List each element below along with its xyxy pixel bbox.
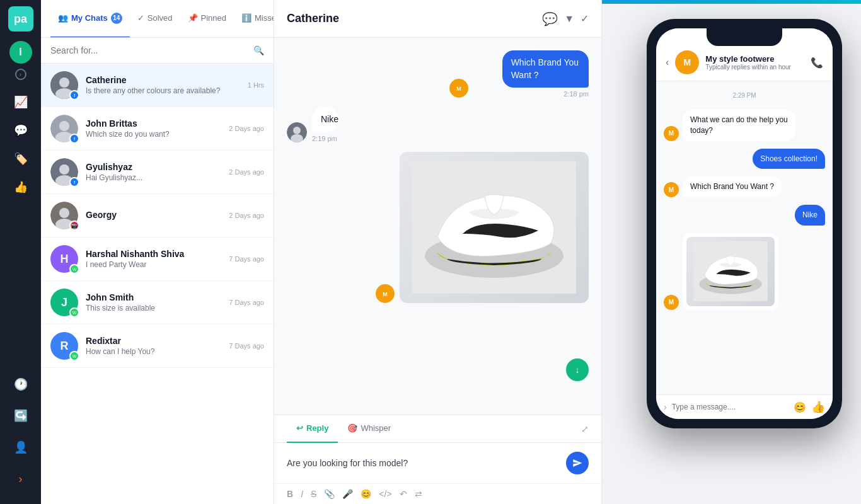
chat-tabs: 👥 My Chats 14 ✓ Solved 📌 Pinned ℹ️ Misse… bbox=[41, 0, 274, 38]
brand-agent-avatar: M bbox=[449, 79, 468, 98]
chat-header-name: Catherine bbox=[287, 12, 339, 25]
my-chats-badge: 14 bbox=[111, 13, 122, 24]
phone-shoe-img bbox=[686, 237, 775, 306]
mic-icon[interactable]: 🎤 bbox=[342, 489, 353, 499]
user-avatar[interactable]: I bbox=[9, 41, 32, 64]
reply-tabs: ↩ Reply 🎯 Whisper ⤢ bbox=[274, 415, 601, 443]
wa-badge: W bbox=[69, 264, 79, 274]
chat-list-panel: 👥 My Chats 14 ✓ Solved 📌 Pinned ℹ️ Misse… bbox=[41, 0, 274, 504]
tag-icon[interactable]: 🏷️ bbox=[8, 146, 33, 171]
tab-my-chats[interactable]: 👥 My Chats 14 bbox=[50, 0, 130, 38]
gyulishyaz-avatar: f bbox=[50, 158, 78, 186]
chat-messages: Which Brand You Want ? 2:18 pm M Nike 2:… bbox=[274, 38, 601, 415]
phone-like-icon[interactable]: 👍 bbox=[811, 400, 825, 414]
reply-tab-group: ↩ Reply 🎯 Whisper bbox=[287, 415, 400, 443]
expand-icon[interactable]: ⤢ bbox=[581, 424, 589, 434]
italic-icon[interactable]: I bbox=[301, 489, 303, 499]
history-icon[interactable]: 🕐 bbox=[8, 372, 33, 397]
message-row-shoe: M bbox=[287, 152, 589, 303]
messenger-icon: 💬 bbox=[542, 11, 558, 26]
phone-expand-icon[interactable]: › bbox=[664, 402, 667, 412]
phone-mockup: ‹ M My style footwere Typically replies … bbox=[647, 19, 842, 428]
john-brittas-avatar: f bbox=[50, 115, 78, 142]
wa-badge: W bbox=[69, 351, 79, 361]
toolbar-row: B I S 📎 🎤 😊 </> ↶ ⇄ bbox=[274, 483, 601, 504]
chat-window: Catherine 💬 ▼ ✓ Which Brand You Want ? 2… bbox=[274, 0, 602, 504]
phone-business-avatar: M bbox=[675, 50, 699, 74]
forward-icon[interactable]: ↪️ bbox=[8, 403, 33, 428]
chat-icon[interactable]: 💬 bbox=[8, 118, 33, 143]
sidebar: pa I › 📈 💬 🏷️ 👍 🕐 ↪️ 👤 › bbox=[0, 0, 41, 504]
code-icon[interactable]: </> bbox=[379, 489, 391, 499]
expand-arrow[interactable]: › bbox=[15, 69, 26, 80]
chat-header-actions: 💬 ▼ ✓ bbox=[542, 11, 589, 26]
phone-call-icon[interactable]: 📞 bbox=[811, 57, 823, 69]
phone-text-input[interactable] bbox=[672, 403, 789, 411]
check-icon: ✓ bbox=[137, 13, 144, 23]
emoji-icon[interactable]: 😊 bbox=[361, 489, 371, 499]
send-button[interactable] bbox=[566, 452, 589, 474]
phone-messages: 2:29 PM M What we can do the help you to… bbox=[656, 81, 833, 394]
menu-chevron-icon[interactable]: › bbox=[8, 466, 33, 491]
message-bubble-nike: Nike bbox=[312, 107, 338, 132]
check-done-icon[interactable]: ✓ bbox=[581, 13, 589, 25]
shuffle-icon[interactable]: ⇄ bbox=[415, 489, 422, 499]
phone-back-button[interactable]: ‹ bbox=[666, 57, 669, 68]
chat-item-john-brittas[interactable]: f John Brittas Which size do you want? 2… bbox=[41, 107, 274, 151]
john-brittas-info: John Brittas Which size do you want? bbox=[86, 118, 221, 139]
phone-time-divider: 2:29 PM bbox=[664, 92, 825, 99]
bold-icon[interactable]: B bbox=[287, 489, 293, 499]
georgy-info: Georgy bbox=[86, 210, 221, 221]
phone-bubble-incoming: What we can do the help you today? bbox=[683, 110, 795, 141]
tab-reply[interactable]: ↩ Reply bbox=[287, 415, 338, 443]
harshal-info: Harshal Nishanth Shiva I need Party Wear bbox=[86, 249, 221, 269]
svg-text:M: M bbox=[456, 86, 461, 92]
tab-whisper[interactable]: 🎯 Whisper bbox=[338, 415, 400, 443]
fb-badge: f bbox=[69, 90, 79, 100]
chat-item-john-smith[interactable]: J W John Smith This size is available 7 … bbox=[41, 281, 274, 324]
person-icon[interactable]: 👤 bbox=[8, 435, 33, 460]
shoe-image bbox=[400, 152, 589, 303]
phone-emoji-icon[interactable]: 😊 bbox=[794, 401, 806, 413]
chat-item-catherine[interactable]: f Catherine Is there any other colours a… bbox=[41, 64, 274, 107]
app-logo[interactable]: pa bbox=[8, 6, 33, 32]
redixtar-info: Redixtar How can I help You? bbox=[86, 336, 221, 356]
reply-icon: ↩ bbox=[296, 423, 303, 433]
message-row: Which Brand You Want ? 2:18 pm M bbox=[287, 50, 589, 98]
undo-icon[interactable]: ↶ bbox=[400, 489, 407, 499]
phone-msg-row-shoes: Shoes collection! bbox=[664, 149, 825, 169]
search-bar: 🔍 bbox=[41, 38, 274, 64]
strikethrough-icon[interactable]: S bbox=[311, 489, 316, 499]
info-icon: ℹ️ bbox=[241, 13, 251, 23]
ig-badge: 📷 bbox=[69, 220, 79, 231]
reply-input[interactable] bbox=[287, 450, 560, 476]
phone-screen: ‹ M My style footwere Typically replies … bbox=[656, 28, 833, 419]
tab-missed-chat[interactable]: ℹ️ Missed Chat 1 bbox=[234, 0, 274, 38]
phone-business-info: My style footwere Typically replies with… bbox=[705, 54, 804, 71]
phone-msg-row-nike: Nike bbox=[664, 205, 825, 226]
tab-pinned[interactable]: 📌 Pinned bbox=[180, 0, 234, 38]
svg-text:M: M bbox=[383, 290, 388, 297]
chat-item-georgy[interactable]: 📷 Georgy 2 Days ago bbox=[41, 194, 274, 238]
chevron-down-icon[interactable]: ▼ bbox=[564, 13, 574, 25]
search-input[interactable] bbox=[50, 45, 248, 55]
tab-solved[interactable]: ✓ Solved bbox=[130, 0, 180, 38]
message-time: 2:18 pm bbox=[563, 90, 589, 98]
chat-item-redixtar[interactable]: R W Redixtar How can I help You? 7 Days … bbox=[41, 324, 274, 368]
catherine-avatar: f bbox=[50, 71, 78, 99]
reply-area: ↩ Reply 🎯 Whisper ⤢ B I S 📎 bbox=[274, 415, 601, 504]
chat-item-harshal[interactable]: H W Harshal Nishanth Shiva I need Party … bbox=[41, 238, 274, 281]
phone-agent-dot-3: M bbox=[664, 295, 679, 310]
scroll-down-button[interactable]: ↓ bbox=[566, 358, 589, 381]
harshal-avatar: H W bbox=[50, 245, 78, 273]
analytics-icon[interactable]: 📈 bbox=[8, 89, 33, 115]
phone-bubble-nike: Nike bbox=[795, 205, 825, 226]
wa-badge: W bbox=[69, 307, 79, 318]
phone-input-bar: › 😊 👍 bbox=[656, 394, 833, 419]
phone-agent-dot: M bbox=[664, 126, 679, 141]
chat-item-gyulishyaz[interactable]: f Gyulishyaz Hai Gyulishyaz... 2 Days ag… bbox=[41, 151, 274, 194]
attachment-icon[interactable]: 📎 bbox=[324, 489, 335, 499]
thumb-icon[interactable]: 👍 bbox=[8, 175, 33, 200]
reply-input-area bbox=[274, 443, 601, 483]
search-icon: 🔍 bbox=[253, 45, 264, 55]
